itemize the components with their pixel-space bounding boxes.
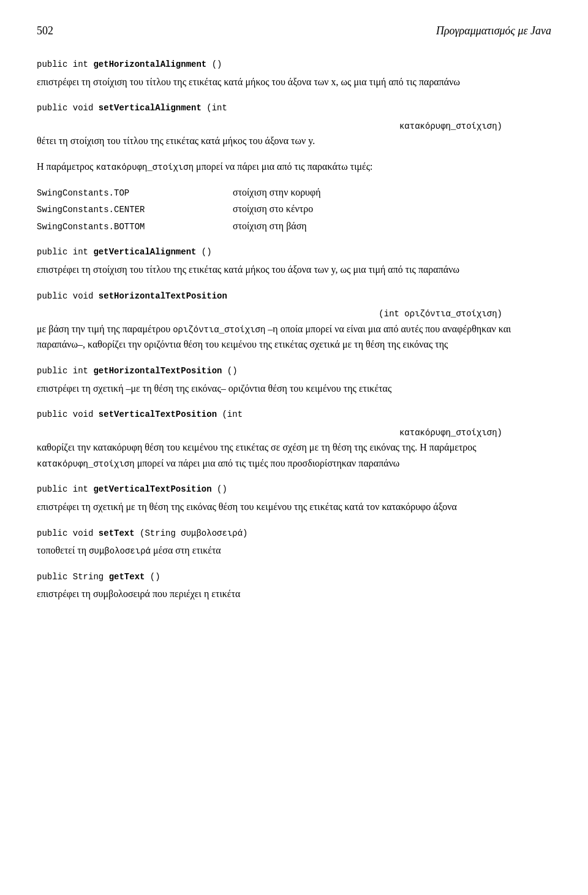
method-signature: public int getVerticalAlignment (): [37, 243, 551, 259]
method-description: επιστρέφει τη σχετική με τη θέση της εικ…: [37, 499, 551, 515]
method-signature: public void setText (String συμβολοσειρά…: [37, 525, 551, 541]
section-setVerticalTextPosition: public void setVerticalTextPosition (int…: [37, 406, 551, 471]
text-suffix: μπορεί να πάρει μια από τις παρακάτω τιμ…: [194, 161, 372, 172]
signature-bold: getText: [109, 572, 145, 582]
section-getVerticalAlignment: public int getVerticalAlignment () επιστ…: [37, 243, 551, 277]
param-line: (int οριζόντια_στοίχιση): [37, 305, 551, 321]
page-number: 502: [37, 25, 53, 37]
signature-plain: public int: [37, 484, 93, 494]
constant-code: SwingConstants.TOP: [37, 186, 233, 200]
param-ref: συμβολοσειρά: [89, 546, 151, 556]
main-content: public int getHorizontalAlignment () επι…: [37, 56, 551, 602]
method-description: τοποθετεί τη συμβολοσειρά μέσα στη ετικέ…: [37, 543, 551, 558]
method-description: επιστρέφει τη στοίχιση του τίτλου της ετ…: [37, 74, 551, 90]
section-getHorizontalTextPosition: public int getHorizontalTextPosition () …: [37, 362, 551, 396]
signature-plain: public int: [37, 366, 93, 376]
section-setVerticalAlignment: public void setVerticalAlignment (int κα…: [37, 99, 551, 149]
signature-rest: (): [212, 484, 227, 494]
signature-plain: public String: [37, 572, 109, 582]
signature-rest: (): [145, 572, 160, 582]
signature-plain: public void: [37, 291, 99, 301]
param-line: κατακόρυφη_στοίχιση): [37, 118, 551, 134]
method-description: θέτει τη στοίχιση του τίτλου της ετικέτα…: [37, 133, 551, 149]
signature-rest: (): [206, 59, 222, 69]
method-signature: public void setHorizontalTextPosition: [37, 288, 551, 303]
page-title: Προγραμματισμός με Java: [436, 25, 551, 37]
signature-plain: public int: [37, 247, 93, 257]
section-setText: public void setText (String συμβολοσειρά…: [37, 525, 551, 558]
signature-plain: public void: [37, 528, 99, 538]
signature-bold: setVerticalTextPosition: [99, 409, 217, 419]
param-line: κατακόρυφη_στοίχιση): [37, 424, 551, 440]
section-setHorizontalTextPosition: public void setHorizontalTextPosition (i…: [37, 288, 551, 352]
constant-desc: στοίχιση στη βάση: [233, 218, 307, 234]
param-description-vertical: Η παράμετρος κατακόρυφη_στοίχιση μπορεί …: [37, 159, 551, 175]
signature-bold: setVerticalAlignment: [99, 103, 202, 113]
page-container: 502 Προγραμματισμός με Java public int g…: [37, 25, 551, 602]
signature-bold: setText: [99, 528, 135, 538]
method-description: επιστρέφει τη σχετική –με τη θέση της ει…: [37, 381, 551, 397]
constant-code: SwingConstants.CENTER: [37, 203, 233, 216]
signature-rest: (): [222, 366, 237, 376]
constant-desc: στοίχιση στην κορυφή: [233, 185, 321, 200]
param-ref: κατακόρυφη_στοίχιση: [37, 459, 135, 469]
signature-rest: (String συμβολοσειρά): [135, 528, 248, 538]
method-description: καθορίζει την κατακόρυφη θέση του κειμέν…: [37, 440, 551, 471]
method-signature: public int getHorizontalTextPosition (): [37, 362, 551, 378]
method-description: επιστρέφει τη συμβολοσειρά που περιέχει …: [37, 586, 551, 602]
signature-rest: (int: [202, 103, 227, 113]
signature-rest: (): [196, 247, 211, 257]
method-signature: public int getVerticalTextPosition (): [37, 481, 551, 497]
section-getVerticalTextPosition: public int getVerticalTextPosition () επ…: [37, 481, 551, 514]
signature-bold: getVerticalTextPosition: [93, 484, 211, 494]
signature-bold: getHorizontalAlignment: [93, 59, 206, 69]
table-row: SwingConstants.CENTER στοίχιση στο κέντρ…: [37, 201, 551, 217]
param-code: κατακόρυφη_στοίχιση: [96, 162, 194, 172]
method-description: με βάση την τιμή της παραμέτρου οριζόντι…: [37, 321, 551, 352]
signature-bold: setHorizontalTextPosition: [99, 291, 227, 301]
constant-desc: στοίχιση στο κέντρο: [233, 201, 313, 217]
method-signature: public int getHorizontalAlignment (): [37, 56, 551, 72]
table-row: SwingConstants.TOP στοίχιση στην κορυφή: [37, 185, 551, 200]
section-getHorizontalAlignment: public int getHorizontalAlignment () επι…: [37, 56, 551, 90]
table-row: SwingConstants.BOTTOM στοίχιση στη βάση: [37, 218, 551, 234]
signature-bold: getVerticalAlignment: [93, 247, 196, 257]
text-prefix: Η παράμετρος: [37, 161, 96, 172]
page-header: 502 Προγραμματισμός με Java: [37, 25, 551, 37]
signature-rest: (int: [217, 409, 243, 419]
constant-code: SwingConstants.BOTTOM: [37, 220, 233, 234]
signature-plain: public int: [37, 59, 93, 69]
signature-plain: public void: [37, 409, 99, 419]
signature-plain: public void: [37, 103, 99, 113]
method-signature: public void setVerticalAlignment (int: [37, 99, 551, 115]
method-signature: public String getText (): [37, 568, 551, 584]
constants-table: SwingConstants.TOP στοίχιση στην κορυφή …: [37, 185, 551, 234]
signature-bold: getHorizontalTextPosition: [93, 366, 222, 376]
method-description: επιστρέφει τη στοίχιση του τίτλου της ετ…: [37, 262, 551, 278]
section-getText: public String getText () επιστρέφει τη σ…: [37, 568, 551, 602]
method-signature: public void setVerticalTextPosition (int: [37, 406, 551, 422]
param-ref: οριζόντια_στοίχιση: [173, 325, 265, 335]
